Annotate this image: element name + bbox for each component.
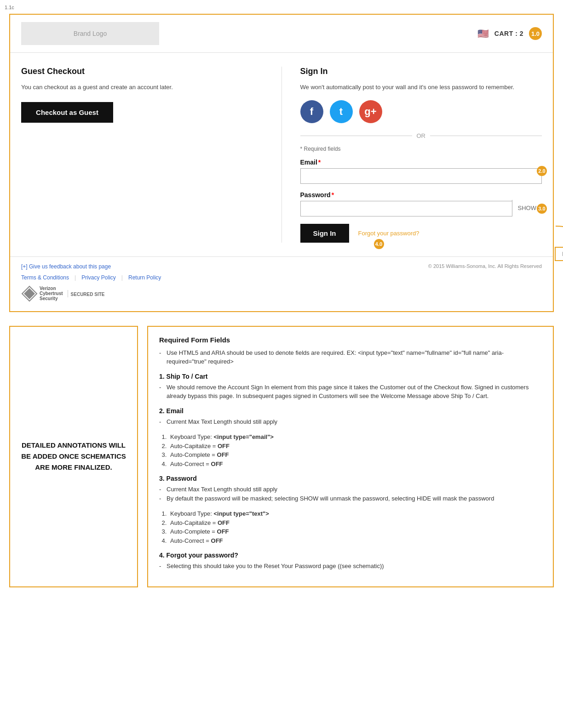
annotation-email-dashes: Current Max Text Length should still app… bbox=[159, 417, 542, 427]
sign-in-title: Sign In bbox=[300, 67, 542, 76]
annotation-password-numbered: Keyboard Type: <input type="text"> Auto-… bbox=[159, 509, 542, 545]
header-right: 🇺🇸 CART : 2 1.0 bbox=[477, 27, 542, 40]
brand-logo: Brand Logo bbox=[21, 22, 159, 45]
guest-checkout-desc: You can checkout as a guest and create a… bbox=[21, 83, 263, 92]
annotation-ship-title: 1. Ship To / Cart bbox=[159, 373, 542, 380]
annotations-section: DETAILED ANNOTATIONS WILL BE ADDED ONCE … bbox=[9, 326, 554, 587]
version-label: 1.1c bbox=[5, 5, 14, 10]
annotation-email-title: 2. Email bbox=[159, 407, 542, 415]
annotation-password-item-2: Auto-Capitalize = OFF bbox=[168, 518, 542, 528]
annotation-password-dash1: Current Max Text Length should still app… bbox=[159, 485, 542, 494]
annotation-right-box: Required Form Fields Use HTML5 and ARIA … bbox=[147, 326, 554, 587]
cart-label: CART : 2 bbox=[494, 30, 523, 37]
terms-link[interactable]: Terms & Conditions bbox=[21, 274, 69, 281]
secured-text: SECURED SITE bbox=[71, 292, 105, 297]
copyright: © 2015 Williams-Sonoma, Inc. All Rights … bbox=[428, 263, 542, 269]
email-input[interactable] bbox=[300, 168, 542, 184]
or-divider: OR bbox=[300, 132, 542, 139]
annotation-password-item-4: Auto-Correct = OFF bbox=[168, 536, 542, 546]
footer: [+] Give us feedback about this page © 2… bbox=[10, 256, 553, 311]
email-required-star: * bbox=[318, 159, 321, 166]
password-input[interactable] bbox=[300, 201, 542, 216]
annotation-password-dashes: Current Max Text Length should still app… bbox=[159, 485, 542, 503]
security-badge: VerizonCybertrustSecurity SECURED SITE bbox=[21, 285, 542, 302]
annotation-password-item-3: Auto-Complete = OFF bbox=[168, 527, 542, 536]
main-content: Guest Checkout You can checkout as a gue… bbox=[10, 53, 553, 256]
annotation-forgot-title: 4. Forgot your password? bbox=[159, 552, 542, 559]
sign-in-action-row: Sign In Forgot your password? 4.0 bbox=[300, 224, 542, 243]
twitter-button[interactable]: t bbox=[330, 100, 353, 123]
annotation-email-dash: Current Max Text Length should still app… bbox=[159, 417, 542, 427]
social-buttons: f t g+ bbox=[300, 100, 542, 123]
outer-container: Brand Logo 🇺🇸 CART : 2 1.0 Guest Checkou… bbox=[9, 14, 554, 312]
annotation-ship-list: We should remove the Account Sign In ele… bbox=[159, 383, 542, 401]
annotation-password-dash2: By default the password will be masked; … bbox=[159, 494, 542, 503]
password-group: Password* SHOW 3.0 bbox=[300, 191, 542, 216]
google-button[interactable]: g+ bbox=[359, 100, 382, 123]
annotation-password-title: 3. Password bbox=[159, 475, 542, 482]
annotation-intro-list: Use HTML5 and ARIA should be used to den… bbox=[159, 348, 542, 366]
guest-checkout-title: Guest Checkout bbox=[21, 67, 263, 76]
annotation-password-item-1: Keyboard Type: <input type="text"> bbox=[168, 509, 542, 518]
header: Brand Logo 🇺🇸 CART : 2 1.0 bbox=[10, 15, 553, 53]
email-label: Email* bbox=[300, 159, 542, 166]
forgot-password-link[interactable]: Forgot your password? bbox=[358, 230, 419, 237]
footer-links: Terms & Conditions | Privacy Policy | Re… bbox=[21, 274, 542, 281]
sign-in-button[interactable]: Sign In bbox=[300, 224, 349, 243]
annotation-email-numbered: Keyboard Type: <input type="email"> Auto… bbox=[159, 432, 542, 468]
badge-3: 3.0 bbox=[537, 204, 547, 214]
password-label: Password* bbox=[300, 191, 542, 199]
annotation-left-text: DETAILED ANNOTATIONS WILL BE ADDED ONCE … bbox=[21, 440, 126, 473]
annotation-intro-item: Use HTML5 and ARIA should be used to den… bbox=[159, 348, 542, 366]
badge-2: 2.0 bbox=[537, 166, 547, 176]
sign-in-form: Email* 2.0 Password* SHOW 3.0 bbox=[300, 159, 542, 243]
annotation-arrow bbox=[551, 224, 563, 247]
separator-1: | bbox=[75, 274, 76, 281]
flag-icon: 🇺🇸 bbox=[477, 28, 489, 39]
security-company: VerizonCybertrustSecurity bbox=[40, 286, 63, 301]
guest-checkout-section: Guest Checkout You can checkout as a gue… bbox=[21, 67, 282, 243]
annotation-email-item-2: Auto-Capitalize = OFF bbox=[168, 442, 542, 451]
checkout-guest-button[interactable]: Checkout as Guest bbox=[21, 102, 113, 123]
annotation-ship-item: We should remove the Account Sign In ele… bbox=[159, 383, 542, 401]
feedback-link[interactable]: [+] Give us feedback about this page bbox=[21, 263, 111, 270]
sign-in-desc: We won't automatically post to your wall… bbox=[300, 83, 542, 92]
required-note: * Required fields bbox=[300, 146, 542, 152]
sign-in-section: Sign In We won't automatically post to y… bbox=[282, 67, 542, 243]
annotation-email-item-1: Keyboard Type: <input type="email"> bbox=[168, 432, 542, 442]
facebook-button[interactable]: f bbox=[300, 100, 323, 123]
annotation-forgot-list: Selecting this should take you to the Re… bbox=[159, 562, 542, 571]
annotation-left-box: DETAILED ANNOTATIONS WILL BE ADDED ONCE … bbox=[9, 326, 138, 587]
annotation-required-title: Required Form Fields bbox=[159, 336, 542, 344]
email-group: Email* 2.0 bbox=[300, 159, 542, 184]
hide-annotation-box: HIDE bbox=[555, 247, 563, 261]
security-icon bbox=[21, 285, 38, 302]
annotation-forgot-item: Selecting this should take you to the Re… bbox=[159, 562, 542, 571]
password-required-star: * bbox=[332, 191, 334, 199]
annotation-email-item-4: Auto-Correct = OFF bbox=[168, 460, 542, 469]
cart-count: 2 bbox=[520, 30, 523, 37]
separator-2: | bbox=[121, 274, 123, 281]
footer-top-row: [+] Give us feedback about this page © 2… bbox=[21, 263, 542, 270]
privacy-link[interactable]: Privacy Policy bbox=[81, 274, 116, 281]
header-version-badge: 1.0 bbox=[529, 27, 542, 40]
badge-4: 4.0 bbox=[374, 239, 384, 249]
return-policy-link[interactable]: Return Policy bbox=[128, 274, 161, 281]
annotation-email-item-3: Auto-Complete = OFF bbox=[168, 450, 542, 460]
